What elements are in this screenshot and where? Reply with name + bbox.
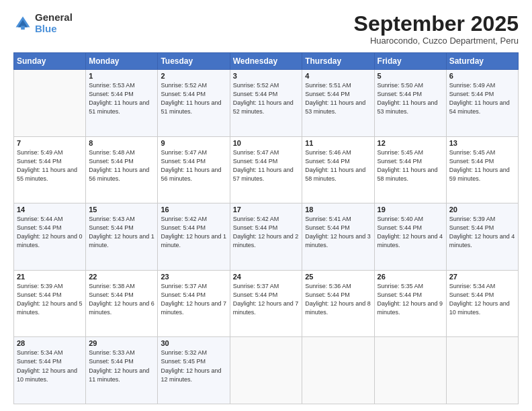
- day-number: 19: [378, 205, 443, 214]
- day-number: 10: [233, 139, 300, 147]
- day-detail: Sunrise: 5:38 AMSunset: 5:44 PMDaylight:…: [89, 282, 154, 317]
- calendar-cell: 24Sunrise: 5:37 AMSunset: 5:44 PMDayligh…: [230, 270, 302, 337]
- day-number: 30: [161, 339, 226, 347]
- day-detail: Sunrise: 5:49 AMSunset: 5:44 PMDaylight:…: [449, 81, 515, 116]
- svg-rect-2: [21, 26, 25, 30]
- day-number: 6: [449, 72, 515, 80]
- logo-icon: [13, 14, 32, 33]
- calendar-cell: 6Sunrise: 5:49 AMSunset: 5:44 PMDaylight…: [446, 70, 518, 137]
- calendar-week-1: 1Sunrise: 5:53 AMSunset: 5:44 PMDaylight…: [14, 70, 519, 137]
- day-number: 23: [161, 273, 226, 281]
- day-number: 9: [161, 139, 226, 147]
- calendar-cell: 15Sunrise: 5:43 AMSunset: 5:44 PMDayligh…: [86, 203, 158, 271]
- day-number: 2: [161, 72, 226, 80]
- day-number: 28: [17, 339, 83, 347]
- day-detail: Sunrise: 5:51 AMSunset: 5:44 PMDaylight:…: [305, 81, 371, 116]
- day-detail: Sunrise: 5:53 AMSunset: 5:44 PMDaylight:…: [89, 81, 154, 116]
- day-detail: Sunrise: 5:45 AMSunset: 5:44 PMDaylight:…: [449, 148, 515, 183]
- day-number: 8: [89, 139, 154, 147]
- day-detail: Sunrise: 5:44 AMSunset: 5:44 PMDaylight:…: [17, 215, 83, 250]
- calendar-cell: 11Sunrise: 5:46 AMSunset: 5:44 PMDayligh…: [302, 136, 374, 203]
- day-detail: Sunrise: 5:49 AMSunset: 5:44 PMDaylight:…: [17, 148, 83, 183]
- calendar-table: SundayMondayTuesdayWednesdayThursdayFrid…: [13, 52, 519, 404]
- calendar-cell: 16Sunrise: 5:42 AMSunset: 5:44 PMDayligh…: [158, 203, 230, 271]
- day-detail: Sunrise: 5:33 AMSunset: 5:44 PMDaylight:…: [89, 349, 154, 383]
- day-detail: Sunrise: 5:47 AMSunset: 5:44 PMDaylight:…: [161, 148, 226, 183]
- calendar-cell: 25Sunrise: 5:36 AMSunset: 5:44 PMDayligh…: [302, 270, 374, 337]
- calendar-header-saturday: Saturday: [446, 53, 518, 70]
- calendar-header-tuesday: Tuesday: [158, 53, 230, 70]
- calendar-cell: 4Sunrise: 5:51 AMSunset: 5:44 PMDaylight…: [302, 70, 374, 137]
- day-detail: Sunrise: 5:52 AMSunset: 5:44 PMDaylight:…: [233, 81, 300, 116]
- calendar-week-4: 21Sunrise: 5:39 AMSunset: 5:44 PMDayligh…: [14, 270, 519, 337]
- day-number: 17: [233, 205, 300, 214]
- day-detail: Sunrise: 5:42 AMSunset: 5:44 PMDaylight:…: [233, 215, 300, 250]
- day-detail: Sunrise: 5:41 AMSunset: 5:44 PMDaylight:…: [305, 215, 371, 250]
- day-detail: Sunrise: 5:32 AMSunset: 5:45 PMDaylight:…: [161, 349, 226, 383]
- day-number: 18: [305, 205, 371, 214]
- calendar-cell: 9Sunrise: 5:47 AMSunset: 5:44 PMDaylight…: [158, 136, 230, 203]
- day-detail: Sunrise: 5:36 AMSunset: 5:44 PMDaylight:…: [305, 282, 371, 317]
- day-number: 20: [449, 205, 515, 214]
- calendar-header-sunday: Sunday: [14, 53, 86, 70]
- calendar-cell: 27Sunrise: 5:34 AMSunset: 5:44 PMDayligh…: [446, 270, 518, 337]
- calendar-cell: 20Sunrise: 5:39 AMSunset: 5:44 PMDayligh…: [446, 203, 518, 271]
- day-number: 16: [161, 205, 226, 214]
- day-detail: Sunrise: 5:34 AMSunset: 5:44 PMDaylight:…: [17, 349, 83, 383]
- logo-general-text: General: [35, 12, 73, 24]
- calendar-cell: 14Sunrise: 5:44 AMSunset: 5:44 PMDayligh…: [14, 203, 86, 271]
- calendar-header-row: SundayMondayTuesdayWednesdayThursdayFrid…: [14, 53, 519, 70]
- calendar-cell: 18Sunrise: 5:41 AMSunset: 5:44 PMDayligh…: [302, 203, 374, 271]
- calendar-cell: [230, 337, 302, 404]
- page: General Blue September 2025 Huarocondo, …: [0, 0, 532, 411]
- day-number: 11: [305, 139, 371, 147]
- calendar-cell: 2Sunrise: 5:52 AMSunset: 5:44 PMDaylight…: [158, 70, 230, 137]
- calendar-header-wednesday: Wednesday: [230, 53, 302, 70]
- day-number: 21: [17, 273, 83, 281]
- day-detail: Sunrise: 5:48 AMSunset: 5:44 PMDaylight:…: [89, 148, 154, 183]
- month-title: September 2025: [354, 12, 519, 36]
- day-detail: Sunrise: 5:39 AMSunset: 5:44 PMDaylight:…: [17, 282, 83, 317]
- day-number: 7: [17, 139, 83, 147]
- day-number: 5: [378, 72, 443, 80]
- day-number: 24: [233, 273, 300, 281]
- day-detail: Sunrise: 5:42 AMSunset: 5:44 PMDaylight:…: [161, 215, 226, 250]
- calendar-cell: [302, 337, 374, 404]
- logo: General Blue: [13, 12, 73, 34]
- calendar-cell: 8Sunrise: 5:48 AMSunset: 5:44 PMDaylight…: [86, 136, 158, 203]
- day-detail: Sunrise: 5:50 AMSunset: 5:44 PMDaylight:…: [378, 81, 443, 116]
- calendar-cell: 1Sunrise: 5:53 AMSunset: 5:44 PMDaylight…: [86, 70, 158, 137]
- day-number: 1: [89, 72, 154, 80]
- calendar-cell: [374, 337, 446, 404]
- day-number: 25: [305, 273, 371, 281]
- day-detail: Sunrise: 5:39 AMSunset: 5:44 PMDaylight:…: [449, 215, 515, 250]
- day-number: 4: [305, 72, 371, 80]
- day-number: 26: [378, 273, 443, 281]
- calendar-cell: 3Sunrise: 5:52 AMSunset: 5:44 PMDaylight…: [230, 70, 302, 137]
- calendar-cell: [14, 70, 86, 137]
- calendar-cell: 23Sunrise: 5:37 AMSunset: 5:44 PMDayligh…: [158, 270, 230, 337]
- calendar-cell: 28Sunrise: 5:34 AMSunset: 5:44 PMDayligh…: [14, 337, 86, 404]
- day-detail: Sunrise: 5:34 AMSunset: 5:44 PMDaylight:…: [449, 282, 515, 317]
- day-number: 15: [89, 205, 154, 214]
- title-block: September 2025 Huarocondo, Cuzco Departm…: [354, 12, 519, 46]
- day-detail: Sunrise: 5:37 AMSunset: 5:44 PMDaylight:…: [233, 282, 300, 317]
- calendar-header-monday: Monday: [86, 53, 158, 70]
- day-detail: Sunrise: 5:47 AMSunset: 5:44 PMDaylight:…: [233, 148, 300, 183]
- day-detail: Sunrise: 5:37 AMSunset: 5:44 PMDaylight:…: [161, 282, 226, 317]
- day-detail: Sunrise: 5:46 AMSunset: 5:44 PMDaylight:…: [305, 148, 371, 183]
- calendar-header-thursday: Thursday: [302, 53, 374, 70]
- calendar-cell: 22Sunrise: 5:38 AMSunset: 5:44 PMDayligh…: [86, 270, 158, 337]
- calendar-week-5: 28Sunrise: 5:34 AMSunset: 5:44 PMDayligh…: [14, 337, 519, 404]
- calendar-cell: 21Sunrise: 5:39 AMSunset: 5:44 PMDayligh…: [14, 270, 86, 337]
- day-number: 22: [89, 273, 154, 281]
- day-number: 13: [449, 139, 515, 147]
- day-number: 29: [89, 339, 154, 347]
- day-number: 27: [449, 273, 515, 281]
- day-detail: Sunrise: 5:43 AMSunset: 5:44 PMDaylight:…: [89, 215, 154, 250]
- calendar-cell: 13Sunrise: 5:45 AMSunset: 5:44 PMDayligh…: [446, 136, 518, 203]
- day-number: 3: [233, 72, 300, 80]
- logo-blue-text: Blue: [35, 24, 73, 35]
- calendar-cell: 7Sunrise: 5:49 AMSunset: 5:44 PMDaylight…: [14, 136, 86, 203]
- day-detail: Sunrise: 5:40 AMSunset: 5:44 PMDaylight:…: [378, 215, 443, 250]
